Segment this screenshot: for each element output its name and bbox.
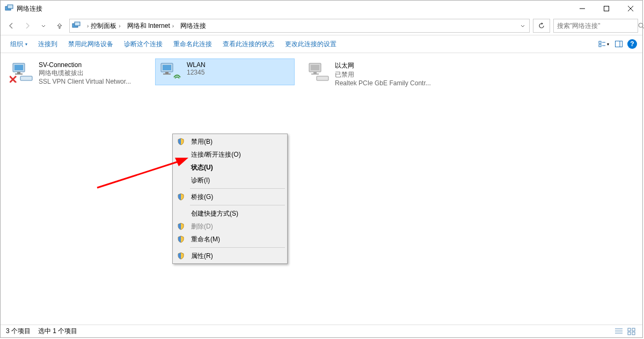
- ctx-delete: 删除(D): [174, 220, 286, 233]
- svg-rect-29: [313, 72, 317, 73]
- back-button[interactable]: [5, 19, 18, 32]
- ctx-label: 禁用(B): [188, 137, 281, 146]
- disable-device-button[interactable]: 禁用此网络设备: [63, 35, 119, 53]
- ctx-label: 重命名(M): [188, 235, 281, 244]
- ctx-disable[interactable]: 禁用(B): [174, 135, 286, 148]
- ctx-connect-disconnect[interactable]: 连接/断开连接(O): [174, 148, 286, 161]
- shield-icon: [174, 223, 188, 230]
- svg-rect-39: [628, 332, 631, 335]
- breadcrumb-label: 控制面板: [91, 21, 116, 31]
- view-options-button[interactable]: [597, 38, 610, 50]
- ctx-diagnose[interactable]: 诊断(I): [174, 174, 286, 187]
- svg-rect-25: [165, 72, 169, 73]
- close-button[interactable]: [618, 1, 642, 17]
- adapter-icon: [10, 61, 35, 83]
- breadcrumb[interactable]: ›控制面板›: [83, 19, 125, 32]
- ctx-label: 连接/断开连接(O): [188, 150, 281, 159]
- change-settings-button[interactable]: 更改此连接的设置: [280, 35, 342, 53]
- svg-point-8: [639, 23, 643, 27]
- view-status-button[interactable]: 查看此连接的状态: [217, 35, 280, 53]
- titlebar: 网络连接: [1, 1, 642, 17]
- ctx-label: 创建快捷方式(S): [188, 209, 281, 218]
- adapter-icon: [158, 61, 184, 83]
- adapter-name: SV-Connection: [39, 61, 131, 69]
- adapter-status: 已禁用: [335, 70, 431, 79]
- svg-rect-18: [17, 72, 20, 73]
- ctx-separator: [190, 188, 285, 189]
- svg-rect-37: [628, 328, 631, 331]
- svg-rect-17: [14, 65, 23, 70]
- ctx-bridge[interactable]: 桥接(G): [174, 190, 286, 203]
- content-area: SV-Connection 网络电缆被拔出 SSL VPN Client Vir…: [1, 53, 642, 325]
- shield-icon: [174, 235, 188, 243]
- ctx-separator: [190, 247, 285, 248]
- svg-rect-38: [632, 328, 635, 331]
- svg-rect-11: [599, 45, 601, 47]
- adapter-item-sv-connection[interactable]: SV-Connection 网络电缆被拔出 SSL VPN Client Vir…: [7, 58, 147, 88]
- connect-to-button[interactable]: 连接到: [33, 35, 63, 53]
- preview-pane-button[interactable]: [612, 38, 625, 50]
- ctx-label: 桥接(G): [188, 193, 281, 202]
- shield-icon: [174, 138, 188, 145]
- adapter-detail: Realtek PCIe GbE Family Contr...: [335, 79, 431, 87]
- adapter-item-ethernet[interactable]: 以太网 已禁用 Realtek PCIe GbE Family Contr...: [303, 58, 443, 90]
- adapter-icon: [306, 61, 332, 83]
- adapter-item-wlan[interactable]: WLAN 12345: [155, 58, 295, 85]
- search-input[interactable]: [557, 22, 638, 30]
- svg-rect-3: [604, 6, 609, 11]
- ctx-label: 状态(U): [188, 163, 281, 172]
- address-row: ›控制面板› 网络和 Internet› 网络连接: [1, 17, 642, 35]
- command-bar: 组织 连接到 禁用此网络设备 诊断这个连接 重命名此连接 查看此连接的状态 更改…: [1, 35, 642, 53]
- tiles-view-icon[interactable]: [626, 327, 637, 336]
- rename-button[interactable]: 重命名此连接: [168, 35, 217, 53]
- history-dropdown[interactable]: [516, 19, 529, 32]
- location-icon: [72, 21, 80, 30]
- minimize-button[interactable]: [570, 1, 594, 17]
- status-bar: 3 个项目 选中 1 个项目: [1, 325, 642, 337]
- item-count: 3 个项目: [6, 327, 31, 336]
- ctx-properties[interactable]: 属性(R): [174, 249, 286, 262]
- adapter-detail: SSL VPN Client Virtual Networ...: [39, 78, 131, 85]
- svg-rect-40: [632, 332, 635, 335]
- window-title: 网络连接: [17, 4, 570, 13]
- address-bar[interactable]: ›控制面板› 网络和 Internet› 网络连接: [69, 19, 530, 33]
- breadcrumb[interactable]: 网络连接: [178, 19, 208, 32]
- ctx-rename[interactable]: 重命名(M): [174, 233, 286, 246]
- breadcrumb-label: 网络连接: [180, 21, 206, 31]
- adapter-status: 12345: [187, 69, 206, 76]
- selection-text: 选中 1 个项目: [38, 327, 77, 336]
- context-menu: 禁用(B) 连接/断开连接(O) 状态(U) 诊断(I) 桥接(G): [172, 134, 288, 264]
- svg-rect-19: [15, 73, 23, 75]
- organize-menu[interactable]: 组织: [5, 35, 33, 53]
- adapter-name: WLAN: [187, 61, 206, 69]
- recent-dropdown[interactable]: [37, 19, 50, 32]
- ctx-status[interactable]: 状态(U): [174, 161, 286, 174]
- help-button[interactable]: ?: [627, 39, 637, 49]
- diagnose-button[interactable]: 诊断这个连接: [119, 35, 168, 53]
- svg-rect-14: [616, 41, 623, 47]
- details-view-icon[interactable]: [613, 327, 624, 336]
- ctx-shortcut[interactable]: 创建快捷方式(S): [174, 207, 286, 220]
- up-button[interactable]: [53, 19, 66, 32]
- ctx-label: 诊断(I): [188, 176, 281, 185]
- svg-rect-20: [20, 76, 32, 80]
- svg-line-32: [97, 161, 180, 188]
- svg-rect-7: [75, 22, 80, 26]
- breadcrumb-label: 网络和 Internet: [127, 21, 170, 31]
- shield-icon: [174, 252, 188, 260]
- adapter-name: 以太网: [335, 61, 431, 70]
- forward-button[interactable]: [21, 19, 34, 32]
- search-box[interactable]: [553, 19, 638, 33]
- refresh-button[interactable]: [533, 19, 550, 33]
- maximize-button[interactable]: [594, 1, 618, 17]
- ctx-separator: [190, 205, 285, 205]
- svg-rect-10: [599, 41, 601, 43]
- svg-rect-1: [8, 5, 13, 9]
- svg-rect-24: [163, 65, 171, 70]
- search-icon[interactable]: [638, 22, 644, 30]
- svg-rect-30: [311, 73, 319, 75]
- breadcrumb[interactable]: 网络和 Internet›: [125, 19, 178, 32]
- svg-rect-28: [311, 65, 319, 70]
- svg-rect-31: [317, 76, 328, 80]
- adapter-status: 网络电缆被拔出: [39, 69, 131, 78]
